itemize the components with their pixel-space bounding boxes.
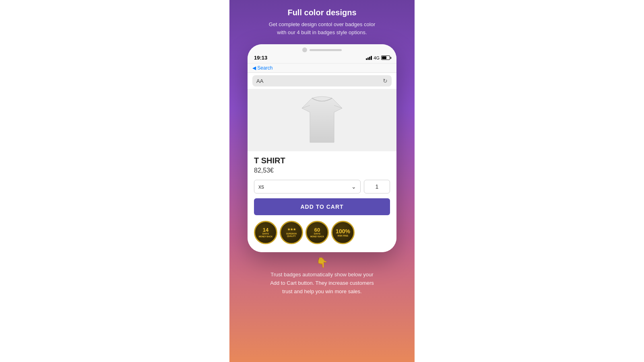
address-text: AA bbox=[256, 78, 263, 84]
footer-line1: Trust badges automatically show below yo… bbox=[270, 272, 373, 278]
address-bar[interactable]: AA ↻ bbox=[252, 75, 392, 86]
badge-14-days: 14 DAYS MONEY BACK bbox=[254, 221, 277, 244]
subtitle-line1: Get complete design contol over badges c… bbox=[269, 21, 376, 27]
controls-row: xs ⌄ 1 bbox=[254, 180, 390, 193]
signal-bar-2 bbox=[367, 58, 369, 60]
status-icons: 4G bbox=[366, 56, 390, 60]
status-time: 19:13 bbox=[254, 55, 267, 61]
badge-superior-quality: ★★★ SUPERIOR QUALITY bbox=[280, 221, 303, 244]
signal-bar-1 bbox=[366, 58, 367, 60]
product-name: T SHIRT bbox=[254, 156, 390, 165]
phone-frame: 19:13 4G bbox=[248, 44, 396, 252]
size-value: xs bbox=[258, 183, 264, 190]
right-panel bbox=[415, 0, 644, 362]
header-title: Full color designs bbox=[269, 8, 376, 17]
signal-bar-3 bbox=[369, 57, 370, 60]
bottom-text: Trust badges automatically show below yo… bbox=[270, 271, 374, 296]
battery-fill bbox=[382, 56, 386, 59]
phone-camera bbox=[302, 47, 307, 52]
badge-60-days: 60 DAYS MONEY BACK bbox=[305, 221, 329, 244]
battery-icon bbox=[381, 56, 390, 60]
nav-back[interactable]: ◀ Search bbox=[252, 65, 272, 71]
tshirt-image bbox=[298, 94, 346, 146]
refresh-icon[interactable]: ↻ bbox=[383, 78, 388, 84]
header-section: Full color designs Get complete design c… bbox=[257, 8, 388, 44]
bottom-section: 👇 Trust badges automatically show below … bbox=[258, 252, 386, 296]
size-select[interactable]: xs ⌄ bbox=[254, 180, 361, 193]
badge-100-risk-free: 100% RISK FREE bbox=[331, 221, 355, 244]
page-wrapper: Full color designs Get complete design c… bbox=[0, 0, 644, 362]
signal-bar-4 bbox=[371, 56, 372, 60]
subtitle-line2: with our 4 built in badges style options… bbox=[277, 29, 367, 35]
product-details: T SHIRT 82,53€ xs ⌄ 1 ADD TO CART 14 bbox=[248, 151, 396, 252]
chevron-down-icon: ⌄ bbox=[351, 183, 356, 190]
footer-line2: Add to Cart button. They increase custom… bbox=[270, 280, 374, 286]
status-bar: 19:13 4G bbox=[254, 54, 390, 62]
footer-line3: trust and help you win more sales. bbox=[282, 288, 361, 294]
product-image-area bbox=[248, 89, 396, 151]
trust-badges-row: 14 DAYS MONEY BACK ★★★ SUPERIOR QUALITY bbox=[254, 221, 390, 244]
phone-speaker bbox=[310, 49, 342, 51]
header-subtitle: Get complete design contol over badges c… bbox=[269, 21, 376, 36]
product-price: 82,53€ bbox=[254, 167, 390, 174]
signal-bars-icon bbox=[366, 56, 372, 60]
hand-emoji: 👇 bbox=[270, 257, 374, 268]
nav-bar: ◀ Search bbox=[248, 64, 396, 73]
phone-notch-area bbox=[254, 47, 390, 52]
quantity-input[interactable]: 1 bbox=[364, 180, 390, 193]
phone-top-bar: 19:13 4G bbox=[248, 44, 396, 64]
center-panel: Full color designs Get complete design c… bbox=[229, 0, 415, 362]
network-label: 4G bbox=[374, 56, 380, 60]
add-to-cart-button[interactable]: ADD TO CART bbox=[254, 198, 390, 215]
phone-content: T SHIRT 82,53€ xs ⌄ 1 ADD TO CART 14 bbox=[248, 89, 396, 252]
left-panel bbox=[0, 0, 229, 362]
